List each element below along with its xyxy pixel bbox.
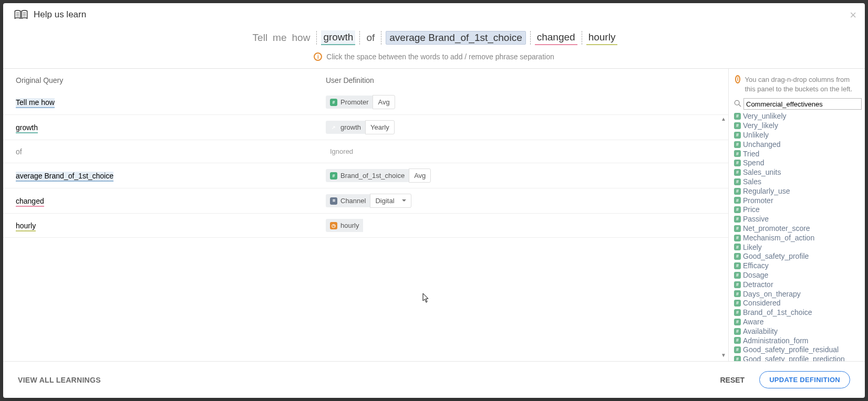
aggregation-selector[interactable]: Avg	[409, 168, 431, 183]
column-item[interactable]: #Tried	[734, 150, 862, 159]
column-name: Very_likely	[743, 121, 778, 130]
column-name: Passive	[743, 215, 769, 224]
query-token-how[interactable]: how	[290, 31, 313, 45]
query-token-tell[interactable]: Tell	[251, 31, 270, 45]
column-type-icon: #	[734, 122, 741, 129]
definition-chip[interactable]: ◷hourly	[326, 219, 363, 232]
chip-type-icon: ⌗	[330, 197, 337, 205]
definition-chip[interactable]: #Promoter	[326, 96, 373, 109]
modal-title: Help us learn	[34, 9, 86, 20]
column-item[interactable]: #Sales	[734, 177, 862, 187]
column-type-icon: #	[734, 319, 741, 325]
original-phrase: average Brand_of_1st_choice	[16, 172, 326, 180]
column-item[interactable]: #Passive	[734, 215, 862, 224]
chip-label: growth	[340, 123, 361, 131]
reset-button[interactable]: RESET	[720, 376, 745, 384]
column-type-icon: #	[734, 244, 741, 250]
update-definition-button[interactable]: UPDATE DEFINITION	[759, 371, 850, 388]
column-name: Good_safety_profile_residual	[743, 345, 839, 354]
column-name: Brand_of_1st_choice	[743, 308, 812, 317]
column-item[interactable]: #Considered	[734, 299, 862, 308]
user-definition-cell: Ignored	[326, 147, 353, 155]
column-type-icon: #	[734, 160, 741, 166]
aggregation-selector[interactable]: Digital	[370, 194, 411, 208]
column-item[interactable]: #Detractor	[734, 280, 862, 290]
column-type-icon: #	[734, 216, 741, 223]
column-type-icon: #	[734, 150, 741, 157]
query-token-of[interactable]: of	[364, 31, 377, 45]
column-name: Aware	[743, 318, 763, 326]
user-definition-cell: ↗growthYearly	[326, 120, 395, 134]
column-name: Net_promoter_score	[743, 224, 810, 233]
column-item[interactable]: #Net_promoter_score	[734, 224, 862, 234]
column-item[interactable]: #Sales_units	[734, 168, 862, 177]
aggregation-selector[interactable]: Yearly	[365, 120, 395, 134]
definition-chip[interactable]: ⌗Channel	[326, 194, 370, 207]
column-name: Dosage	[743, 271, 768, 280]
column-item[interactable]: #Administration_form	[734, 336, 862, 346]
column-name: Tried	[743, 150, 759, 159]
column-item[interactable]: #Mechanism_of_action	[734, 234, 862, 243]
column-item[interactable]: #Promoter	[734, 196, 862, 206]
token-separator[interactable]	[582, 31, 582, 45]
column-name: Mechanism_of_action	[743, 234, 814, 242]
query-token-avg[interactable]: average Brand_of_1st_choice	[386, 31, 525, 45]
token-separator[interactable]	[381, 31, 381, 45]
column-type-icon: #	[734, 178, 741, 185]
column-type-icon: #	[734, 197, 741, 204]
header-original-query: Original Query	[16, 76, 326, 85]
column-item[interactable]: #Good_safety_profile_prediction	[734, 355, 862, 361]
column-type-icon: #	[734, 281, 741, 288]
columns-list[interactable]: #Very_unlikely#Very_likely#Unlikely#Unch…	[734, 112, 862, 361]
close-icon[interactable]: ×	[850, 9, 856, 21]
column-item[interactable]: #Aware	[734, 318, 862, 327]
column-item[interactable]: #Unchanged	[734, 140, 862, 150]
token-separator[interactable]	[359, 31, 360, 45]
chip-label: Promoter	[340, 98, 368, 106]
content-area: Original Query User Definition ▲ ▼ Tell …	[3, 68, 865, 361]
view-all-learnings-button[interactable]: VIEW ALL LEARNINGS	[18, 376, 101, 384]
aggregation-selector[interactable]: Avg	[373, 95, 395, 109]
column-name: Availability	[743, 327, 778, 336]
definition-chip[interactable]: #Brand_of_1st_choice	[326, 169, 409, 182]
chip-label: Channel	[340, 197, 366, 205]
column-item[interactable]: #Very_unlikely	[734, 112, 862, 121]
definition-chip[interactable]: ↗growth	[326, 121, 365, 134]
right-panel-hint: i You can drag-n-drop columns from this …	[734, 73, 862, 98]
definition-row: ofIgnored	[3, 140, 728, 163]
column-type-icon: #	[734, 309, 741, 316]
column-item[interactable]: #Dosage	[734, 271, 862, 280]
column-item[interactable]: #Price	[734, 205, 862, 215]
search-icon	[734, 100, 741, 109]
definition-rows: ▲ ▼ Tell me how#PromoterAvggrowth↗growth…	[3, 90, 728, 361]
column-item[interactable]: #Days_on_therapy	[734, 290, 862, 299]
scroll-up-icon[interactable]: ▲	[721, 116, 727, 122]
column-item[interactable]: #Spend	[734, 159, 862, 168]
token-separator[interactable]	[530, 31, 531, 45]
query-token-growth[interactable]: growth	[321, 30, 355, 45]
query-token-hourly[interactable]: hourly	[586, 30, 618, 45]
query-token-changed[interactable]: changed	[535, 30, 577, 45]
modal-footer: VIEW ALL LEARNINGS RESET UPDATE DEFINITI…	[3, 361, 865, 398]
query-token-me[interactable]: me	[271, 31, 288, 45]
header-user-definition: User Definition	[326, 76, 374, 85]
column-name: Administration_form	[743, 336, 809, 345]
column-item[interactable]: #Good_safety_profile	[734, 252, 862, 261]
column-item[interactable]: #Regularly_use	[734, 187, 862, 196]
column-name: Price	[743, 205, 760, 214]
scroll-down-icon[interactable]: ▼	[721, 352, 727, 358]
book-icon	[14, 9, 28, 20]
column-item[interactable]: #Availability	[734, 327, 862, 336]
column-item[interactable]: #Brand_of_1st_choice	[734, 308, 862, 318]
original-phrase: hourly	[16, 221, 326, 230]
column-item[interactable]: #Very_likely	[734, 121, 862, 131]
ignored-label: Ignored	[330, 147, 353, 155]
token-separator[interactable]	[316, 31, 317, 45]
column-search-input[interactable]	[743, 98, 862, 110]
definition-row: Tell me how#PromoterAvg	[3, 90, 728, 115]
column-item[interactable]: #Good_safety_profile_residual	[734, 345, 862, 355]
column-item[interactable]: #Likely	[734, 243, 862, 252]
column-item[interactable]: #Unlikely	[734, 131, 862, 140]
column-type-icon: #	[734, 290, 741, 297]
column-item[interactable]: #Efficacy	[734, 261, 862, 271]
